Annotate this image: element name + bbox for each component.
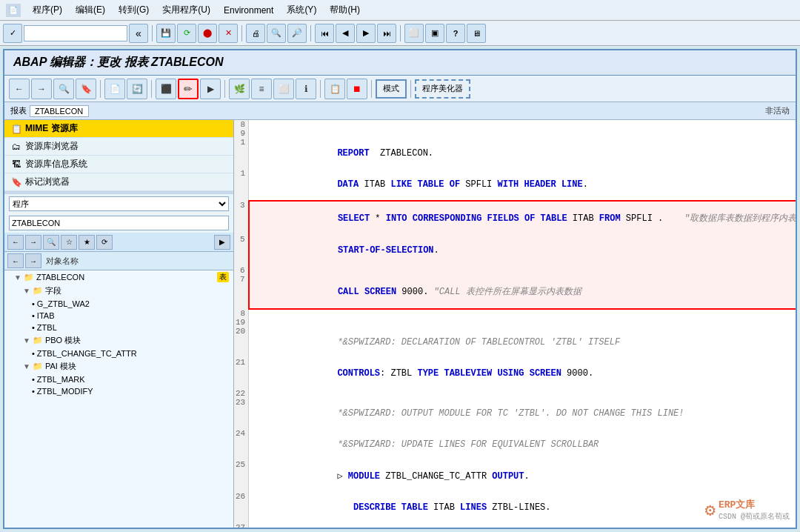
- menu-program[interactable]: 程序(P): [27, 2, 68, 18]
- layout-button[interactable]: ⬜: [404, 24, 424, 43]
- line-content-call[interactable]: CALL SCREEN 9000. "CALL 表控件所在屏幕显示内表数据: [249, 275, 796, 309]
- tree-scroll-btn[interactable]: ▶: [214, 235, 230, 250]
- tree-pbo-item1[interactable]: • ZTBL_CHANGE_TC_ATTR: [4, 348, 233, 359]
- nav-prev-button[interactable]: «: [129, 24, 148, 43]
- tree-find-btn[interactable]: 🔍: [43, 235, 59, 250]
- line-content-e4[interactable]: [249, 266, 796, 275]
- tree-star-btn[interactable]: ★: [79, 235, 95, 250]
- print-button[interactable]: 🖨: [246, 24, 265, 43]
- line-content-22[interactable]: [249, 389, 796, 398]
- search-icon-btn[interactable]: 🔍: [53, 79, 74, 99]
- edit-button[interactable]: ✏: [178, 79, 199, 99]
- mode-button[interactable]: 模式: [376, 79, 407, 99]
- monitor-button[interactable]: 🖥: [467, 24, 486, 43]
- find-button[interactable]: 🔍: [267, 24, 286, 43]
- tree-field-itab[interactable]: • ITAB: [4, 310, 233, 322]
- page-next-button[interactable]: ▶: [356, 24, 376, 43]
- stop-button[interactable]: ⬤: [198, 24, 217, 43]
- info-bar: 报表 ZTABLECON 非活动: [4, 102, 796, 120]
- layout3-button[interactable]: ⬜: [273, 79, 294, 99]
- code-line-21: 21 CONTROLS: ZTBL TYPE TABLEVIEW USING S…: [234, 358, 796, 389]
- bookmark-button[interactable]: 🔖: [76, 79, 96, 99]
- line-content-23[interactable]: *&SPWIZARD: OUTPUT MODULE FOR TC 'ZTBL'.…: [249, 398, 796, 429]
- tree-root[interactable]: ▼ 📁 ZTABLECON 表: [4, 270, 233, 284]
- run-button[interactable]: ▶: [200, 79, 221, 99]
- check-button[interactable]: ✓: [3, 24, 22, 43]
- stop2-button[interactable]: ⏹: [347, 79, 367, 99]
- kw-screen: SCREEN: [364, 287, 396, 297]
- pbo1-label: ZTBL_CHANGE_TC_ATTR: [37, 349, 137, 358]
- field-itab-label: ITAB: [37, 311, 55, 320]
- tree-collapse-btn[interactable]: →: [25, 253, 41, 268]
- line-content-data[interactable]: DATA ITAB LIKE TABLE OF SPFLI WITH HEADE…: [249, 169, 796, 200]
- refresh-button[interactable]: ⟳: [177, 24, 196, 43]
- line-num-8: 8: [234, 120, 249, 129]
- save-button[interactable]: 💾: [156, 24, 176, 43]
- page-first-button[interactable]: ⏮: [315, 24, 334, 43]
- back-button[interactable]: ←: [9, 79, 30, 99]
- line-content-19[interactable]: [249, 318, 796, 327]
- copy-button[interactable]: 📄: [104, 79, 125, 99]
- editor-toolbar: ← → 🔍 🔖 📄 🔄 ⬛ ✏ ▶ 🌿 ≡ ⬜ ℹ 📋 ⏹ 模式 程序美化器: [4, 76, 796, 102]
- line-content-20[interactable]: *&SPWIZARD: DECLARATION OF TABLECONTROL …: [249, 327, 796, 358]
- tree-forward-btn[interactable]: →: [25, 235, 41, 250]
- beautify-button[interactable]: 程序美化器: [415, 79, 470, 99]
- pai-expand-icon[interactable]: ▼: [23, 362, 30, 370]
- tree-field-ztbl[interactable]: • ZTBL: [4, 322, 233, 333]
- fields-expand-icon[interactable]: ▼: [23, 287, 30, 295]
- sidebar-item-info[interactable]: 🏗 资源库信息系统: [4, 156, 233, 173]
- code-editor[interactable]: 8 9 1 REPORT ZTABLECON.: [234, 120, 796, 528]
- line-content-select[interactable]: SELECT * INTO CORRESPONDING FIELDS OF TA…: [249, 201, 796, 235]
- find2-button[interactable]: 🔎: [287, 24, 307, 43]
- page-last-button[interactable]: ⏭: [377, 24, 396, 43]
- command-input[interactable]: [24, 25, 127, 41]
- tree-field-gztbl[interactable]: • G_ZTBL_WA2: [4, 298, 233, 310]
- editor-frame: ABAP 编辑器：更改 报表 ZTABLECON ← → 🔍 🔖 📄 🔄 ⬛ ✏…: [3, 49, 797, 529]
- menu-environment[interactable]: Environment: [218, 4, 279, 17]
- line-content-start[interactable]: START-OF-SELECTION.: [249, 235, 796, 266]
- page-prev-button[interactable]: ◀: [336, 24, 355, 43]
- tree-button[interactable]: 🌿: [229, 79, 250, 99]
- menu-goto[interactable]: 转到(G): [113, 2, 155, 18]
- tree-section-fields[interactable]: ▼ 📁 字段: [4, 284, 233, 298]
- menu-edit[interactable]: 编辑(E): [70, 2, 111, 18]
- sidebar-item-mime[interactable]: 📋 MIME 资源库: [4, 120, 233, 138]
- tree-back-btn[interactable]: ←: [7, 235, 24, 250]
- line-content-24[interactable]: *&SPWIZARD: UPDATE LINES FOR EQUIVALENT …: [249, 429, 796, 460]
- tree-refresh-btn[interactable]: ⟳: [96, 235, 113, 250]
- tree-pai-item1[interactable]: • ZTBL_MARK: [4, 373, 233, 385]
- program-name-input[interactable]: [9, 216, 229, 230]
- line-content-25[interactable]: ▷ MODULE ZTBL_CHANGE_TC_ATTR OUTPUT.: [249, 460, 796, 492]
- menu-system[interactable]: 系统(Y): [281, 2, 322, 18]
- menu-utilities[interactable]: 实用程序(U): [156, 2, 216, 18]
- circular-button[interactable]: 🔄: [127, 79, 147, 99]
- sidebar-item-tag[interactable]: 🔖 标记浏览器: [4, 173, 233, 191]
- comment-20: *&SPWIZARD: DECLARATION OF TABLECONTROL …: [337, 337, 620, 348]
- line-content-27[interactable]: ENDMODULE. "ZTBL_CHANGE_TC_ATTR OUTPUT: [249, 523, 796, 528]
- line-content-9[interactable]: [249, 129, 796, 138]
- tree-section-pai[interactable]: ▼ 📁 PAI 模块: [4, 359, 233, 373]
- line-content-report[interactable]: REPORT ZTABLECON.: [249, 138, 796, 169]
- indent-button[interactable]: ≡: [251, 79, 272, 99]
- comment-call: "CALL 表控件所在屏幕显示内表数据: [434, 287, 581, 297]
- menu-help[interactable]: 帮助(H): [324, 2, 366, 18]
- cancel-button[interactable]: ✕: [219, 24, 238, 43]
- tree-expand-btn[interactable]: ←: [7, 253, 24, 268]
- forward-button[interactable]: →: [31, 79, 52, 99]
- line-content-e5[interactable]: [249, 309, 796, 318]
- layout2-button[interactable]: ▣: [425, 24, 444, 43]
- page-copy-button[interactable]: 📋: [324, 79, 345, 99]
- pbo-expand-icon[interactable]: ▼: [23, 336, 30, 345]
- sidebar-item-browser[interactable]: 🗂 资源库浏览器: [4, 138, 233, 156]
- line-content-21[interactable]: CONTROLS: ZTBL TYPE TABLEVIEW USING SCRE…: [249, 358, 796, 389]
- tree-section-pbo[interactable]: ▼ 📁 PBO 模块: [4, 333, 233, 348]
- info-button[interactable]: ℹ: [296, 79, 316, 99]
- line-content-8[interactable]: [249, 120, 796, 129]
- help-button[interactable]: ?: [446, 24, 465, 43]
- tree-pai-item2[interactable]: • ZTBL_MODIFY: [4, 385, 233, 397]
- tree-bookmark-btn[interactable]: ☆: [61, 235, 77, 250]
- et-sep-3: [224, 80, 225, 98]
- program-type-select[interactable]: 程序: [9, 196, 229, 211]
- check2-button[interactable]: ⬛: [156, 79, 176, 99]
- root-expand-icon[interactable]: ▼: [14, 273, 21, 282]
